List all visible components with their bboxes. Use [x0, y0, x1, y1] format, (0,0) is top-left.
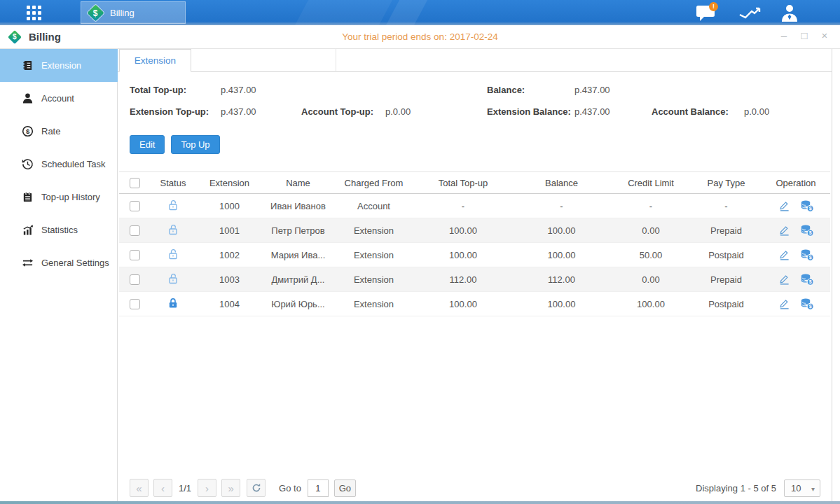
- cell-extension: 1001: [196, 225, 263, 236]
- table-row[interactable]: 1002 Мария Ива... Extension 100.00 100.0…: [119, 243, 830, 267]
- top-up-coins-icon[interactable]: $: [800, 298, 814, 310]
- cell-name: Петр Петров: [263, 225, 333, 236]
- app-tab-billing[interactable]: $ Billing: [81, 1, 186, 24]
- cell-pay-type: -: [691, 201, 762, 211]
- cell-credit-limit: 100.00: [611, 299, 691, 309]
- extension-topup-value: p.437.00: [221, 106, 256, 117]
- messages-icon[interactable]: !: [695, 4, 723, 22]
- col-operation: Operation: [762, 178, 830, 188]
- edit-pencil-icon[interactable]: [778, 298, 790, 309]
- user-account-icon[interactable]: [779, 4, 807, 22]
- row-checkbox[interactable]: [130, 274, 140, 285]
- svg-text:$: $: [808, 206, 811, 211]
- page-indicator: 1/1: [179, 483, 191, 493]
- lock-open-icon[interactable]: [167, 273, 179, 286]
- top-up-coins-icon[interactable]: $: [800, 200, 814, 212]
- sidebar-item-extension[interactable]: Extension: [0, 49, 118, 82]
- reports-chart-icon[interactable]: [737, 4, 765, 22]
- table-row[interactable]: 1003 Дмитрий Д... Extension 112.00 112.0…: [119, 267, 830, 292]
- prev-page-button[interactable]: ‹: [153, 479, 172, 497]
- cell-balance: 100.00: [512, 250, 611, 260]
- sidebar-item-topup-history[interactable]: Top-up History: [0, 181, 117, 214]
- svg-text:$: $: [26, 127, 30, 135]
- toolbar: Edit Top Up: [130, 135, 220, 154]
- cell-credit-limit: -: [611, 201, 691, 211]
- first-page-button[interactable]: «: [130, 479, 149, 497]
- sidebar-item-account[interactable]: Account: [0, 82, 117, 115]
- sidebar-item-label: General Settings: [41, 258, 109, 268]
- account-topup-value: p.0.00: [385, 106, 411, 117]
- lock-open-icon[interactable]: [167, 224, 179, 237]
- col-name: Name: [263, 178, 333, 188]
- account-topup-label: Account Top-up:: [301, 106, 373, 117]
- billing-diamond-icon: $: [87, 4, 104, 21]
- goto-label: Go to: [279, 483, 301, 493]
- top-up-button[interactable]: Top Up: [171, 135, 219, 154]
- minimize-icon[interactable]: –: [778, 29, 790, 41]
- edit-button[interactable]: Edit: [130, 135, 165, 154]
- row-checkbox[interactable]: [130, 250, 140, 260]
- sidebar-item-label: Top-up History: [41, 192, 100, 202]
- refresh-button[interactable]: [247, 479, 266, 497]
- cell-balance: -: [512, 201, 611, 211]
- apps-menu-icon[interactable]: [27, 6, 41, 20]
- maximize-icon[interactable]: □: [799, 29, 810, 41]
- page-title: Billing: [29, 31, 61, 43]
- next-page-button[interactable]: ›: [198, 479, 216, 497]
- cell-charged-from: Extension: [333, 225, 414, 236]
- lock-open-icon[interactable]: [167, 200, 179, 213]
- cell-name: Мария Ива...: [263, 250, 333, 260]
- extension-topup-label: Extension Top-up:: [130, 106, 209, 117]
- bar-chart-icon: [22, 224, 34, 236]
- edit-pencil-icon[interactable]: [778, 225, 790, 236]
- cell-total-topup: 100.00: [414, 225, 512, 236]
- col-charged-from: Charged From: [333, 178, 414, 188]
- edit-pencil-icon[interactable]: [778, 249, 790, 260]
- cell-extension: 1000: [196, 201, 263, 211]
- dollar-coin-icon: $: [22, 125, 34, 137]
- sidebar-item-rate[interactable]: $ Rate: [0, 115, 117, 148]
- tab-placeholder: [191, 49, 336, 72]
- app-tab-label: Billing: [110, 8, 135, 18]
- account-balance-value: p.0.00: [744, 106, 769, 117]
- page-size-select[interactable]: 10 ▾: [784, 479, 820, 497]
- col-balance: Balance: [512, 178, 611, 188]
- cell-total-topup: 112.00: [414, 274, 512, 285]
- main-content: Extension Total Top-up: p.437.00 Balance…: [118, 49, 832, 501]
- extension-table: Status Extension Name Charged From Total…: [119, 172, 830, 316]
- sidebar-item-statistics[interactable]: Statistics: [0, 214, 117, 246]
- extension-balance-value: p.437.00: [574, 106, 610, 117]
- extension-balance-label: Extension Balance:: [487, 106, 571, 117]
- sidebar-item-scheduled-task[interactable]: Scheduled Task: [0, 148, 117, 181]
- col-pay-type: Pay Type: [691, 178, 762, 188]
- table-body: 1000 Иван Иванов Account - - - -: [119, 194, 830, 316]
- cell-name: Юрий Юрь...: [263, 299, 333, 309]
- edit-pencil-icon[interactable]: [778, 200, 790, 211]
- close-icon[interactable]: ×: [819, 29, 830, 41]
- table-row[interactable]: 1000 Иван Иванов Account - - - -: [119, 194, 830, 218]
- lock-closed-icon[interactable]: [167, 298, 179, 311]
- go-button[interactable]: Go: [334, 479, 356, 497]
- lock-open-icon[interactable]: [167, 248, 179, 262]
- row-checkbox[interactable]: [130, 299, 140, 309]
- cell-credit-limit: 50.00: [611, 250, 691, 260]
- table-row[interactable]: 1004 Юрий Юрь... Extension 100.00 100.00…: [119, 292, 830, 316]
- cell-total-topup: 100.00: [414, 299, 512, 309]
- goto-page-input[interactable]: [308, 479, 329, 497]
- last-page-button[interactable]: »: [221, 479, 240, 497]
- top-up-coins-icon[interactable]: $: [800, 225, 814, 237]
- top-up-coins-icon[interactable]: $: [800, 274, 814, 286]
- select-all-checkbox[interactable]: [130, 178, 140, 188]
- edit-pencil-icon[interactable]: [778, 274, 790, 285]
- sidebar-item-label: Scheduled Task: [41, 159, 106, 169]
- top-up-coins-icon[interactable]: $: [800, 249, 814, 261]
- row-checkbox[interactable]: [130, 225, 140, 236]
- table-row[interactable]: 1001 Петр Петров Extension 100.00 100.00…: [119, 218, 830, 243]
- row-checkbox[interactable]: [130, 201, 140, 211]
- cell-pay-type: Postpaid: [691, 250, 762, 260]
- sidebar-item-general-settings[interactable]: General Settings: [0, 246, 117, 279]
- trial-notice: Your trial period ends on: 2017-02-24: [0, 31, 840, 42]
- page-size-value: 10: [791, 483, 801, 493]
- tab-extension[interactable]: Extension: [119, 49, 191, 72]
- cell-balance: 100.00: [512, 225, 611, 236]
